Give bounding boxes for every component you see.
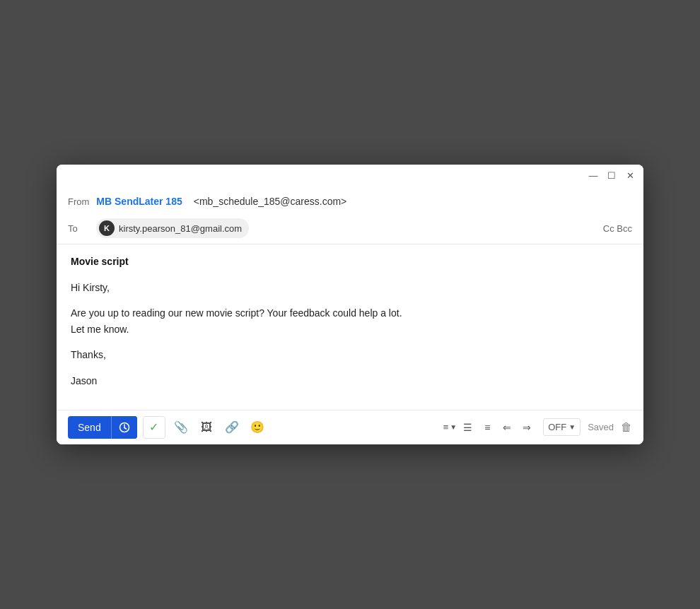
unordered-list-icon: ☰ — [463, 422, 472, 433]
paperclip-icon: 📎 — [174, 420, 188, 434]
window-controls: — ☐ ✕ — [587, 169, 636, 182]
send-button[interactable]: Send — [68, 416, 137, 439]
ordered-list-icon: ≡ — [484, 422, 490, 433]
image-button[interactable]: 🖼 — [197, 418, 216, 437]
toolbar: Send ✓ 📎 🖼 🔗 🙂 — [57, 410, 643, 444]
delete-button[interactable]: 🗑 — [621, 421, 632, 434]
to-label: To — [68, 223, 89, 234]
unordered-list-button[interactable]: ☰ — [458, 418, 477, 437]
check-icon: ✓ — [149, 420, 158, 434]
maximize-button[interactable]: ☐ — [605, 169, 618, 182]
emoji-icon: 🙂 — [250, 420, 264, 434]
email-signature: Jason — [71, 373, 629, 389]
body-line2: Let me know. — [71, 324, 129, 335]
saved-label: Saved — [588, 422, 614, 432]
link-button[interactable]: 🔗 — [222, 418, 242, 437]
svg-line-2 — [124, 427, 127, 429]
recipient-email: kirsty.pearson_81@gmail.com — [119, 223, 242, 234]
email-content: Hi Kirsty, Are you up to reading our new… — [71, 280, 629, 389]
email-greeting: Hi Kirsty, — [71, 280, 629, 295]
sender-email: <mb_schedule_185@caress.com> — [194, 196, 347, 207]
align-left-icon: ≡ — [443, 422, 449, 432]
to-row: To K kirsty.pearson_81@gmail.com Cc Bcc — [68, 213, 632, 244]
email-body[interactable]: Movie script Hi Kirsty, Are you up to re… — [57, 244, 643, 410]
image-icon: 🖼 — [201, 421, 212, 434]
email-closing: Thanks, — [71, 347, 629, 362]
email-body-paragraph: Are you up to reading our new movie scri… — [71, 305, 629, 337]
recipient-chip[interactable]: K kirsty.pearson_81@gmail.com — [96, 218, 249, 238]
off-label: OFF — [548, 422, 566, 432]
from-label: From — [68, 196, 89, 207]
title-bar: — ☐ ✕ — [57, 165, 643, 186]
email-subject: Movie script — [71, 256, 629, 267]
attachment-button[interactable]: 📎 — [171, 418, 191, 437]
send-label[interactable]: Send — [68, 416, 111, 439]
check-button[interactable]: ✓ — [143, 416, 165, 439]
recipient-avatar: K — [99, 220, 115, 236]
link-icon: 🔗 — [225, 420, 239, 434]
close-button[interactable]: ✕ — [624, 169, 636, 182]
emoji-button[interactable]: 🙂 — [247, 418, 267, 437]
send-clock-button[interactable] — [111, 416, 137, 439]
cc-bcc-button[interactable]: Cc Bcc — [603, 223, 632, 234]
body-line1: Are you up to reading our new movie scri… — [71, 307, 402, 319]
increase-indent-button[interactable]: ⇒ — [518, 418, 536, 437]
increase-indent-icon: ⇒ — [523, 422, 531, 433]
off-toggle[interactable]: OFF ▼ — [543, 418, 581, 436]
decrease-indent-icon: ⇐ — [503, 422, 511, 433]
email-header: From MB SendLater 185 <mb_schedule_185@c… — [57, 186, 643, 244]
clock-icon — [119, 422, 130, 433]
align-dropdown-arrow: ▼ — [450, 423, 457, 431]
off-dropdown-arrow: ▼ — [568, 423, 576, 431]
minimize-button[interactable]: — — [587, 169, 600, 182]
align-dropdown[interactable]: ≡ ▼ — [443, 422, 457, 432]
ordered-list-button[interactable]: ≡ — [478, 418, 496, 437]
decrease-indent-button[interactable]: ⇐ — [498, 418, 516, 437]
toolbar-right: ≡ ▼ ☰ ≡ ⇐ ⇒ OFF ▼ — [443, 418, 632, 437]
format-group: ≡ ▼ ☰ ≡ ⇐ ⇒ — [443, 418, 537, 437]
compose-window: — ☐ ✕ From MB SendLater 185 <mb_schedule… — [57, 165, 643, 444]
from-row: From MB SendLater 185 <mb_schedule_185@c… — [68, 190, 632, 213]
sender-name: MB SendLater 185 — [96, 196, 182, 207]
